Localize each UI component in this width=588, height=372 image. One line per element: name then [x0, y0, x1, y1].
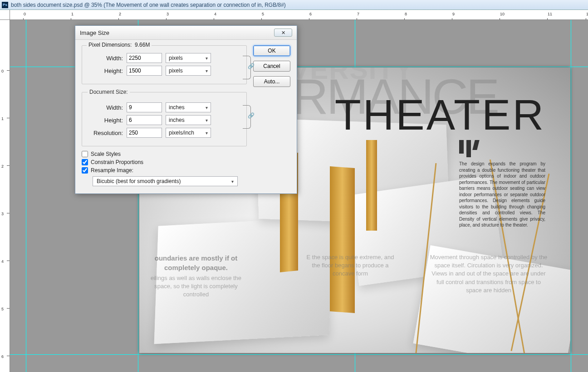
image-size-dialog: Image Size ✕ Pixel Dimensions: 9.66M Wid… — [75, 25, 297, 194]
resolution-input[interactable] — [127, 128, 162, 138]
artwork-logo-bars — [459, 140, 545, 157]
doc-height-unit-select[interactable]: inches — [166, 115, 211, 125]
doc-width-unit-select[interactable]: inches — [166, 102, 211, 112]
ruler-origin[interactable] — [0, 10, 10, 20]
pixel-width-unit-select[interactable]: pixels — [166, 53, 211, 63]
vertical-ruler[interactable]: 0 1 2 3 4 5 6 — [0, 20, 10, 372]
guide[interactable] — [571, 20, 571, 372]
artwork-body-copy: The design expands the program by creati… — [459, 161, 545, 228]
pixel-width-input[interactable] — [127, 53, 162, 63]
document-title: both sides document size.psd @ 35% (The … — [11, 2, 286, 8]
constrain-proportions-checkbox[interactable] — [82, 159, 88, 165]
resample-method-select[interactable]: Bicubic (best for smooth gradients) — [93, 176, 238, 186]
doc-height-input[interactable] — [127, 115, 162, 125]
pixel-dimensions-size: 9.66M — [135, 42, 150, 48]
pixel-height-input[interactable] — [127, 66, 162, 76]
link-icon: 🔗 — [248, 112, 255, 119]
horizontal-ruler[interactable]: 0 1 2 3 4 5 6 7 8 9 10 11 12 — [10, 10, 588, 20]
artwork-title-2: THEATER — [335, 90, 545, 140]
scale-styles-checkbox[interactable] — [82, 151, 88, 157]
ok-button[interactable]: OK — [253, 45, 290, 56]
dialog-title: Image Size — [80, 29, 109, 36]
pixel-height-unit-select[interactable]: pixels — [166, 66, 211, 76]
link-icon: 🔗 — [248, 63, 255, 69]
resolution-unit-select[interactable]: pixels/inch — [166, 128, 211, 138]
guide[interactable] — [26, 20, 26, 372]
resample-image-checkbox[interactable] — [82, 167, 88, 174]
close-button[interactable]: ✕ — [274, 29, 292, 37]
cancel-button[interactable]: Cancel — [253, 61, 290, 72]
doc-width-input[interactable] — [127, 102, 162, 112]
guide[interactable] — [10, 354, 588, 355]
photoshop-icon: Ps — [2, 2, 8, 8]
auto-button[interactable]: Auto... — [253, 76, 290, 87]
